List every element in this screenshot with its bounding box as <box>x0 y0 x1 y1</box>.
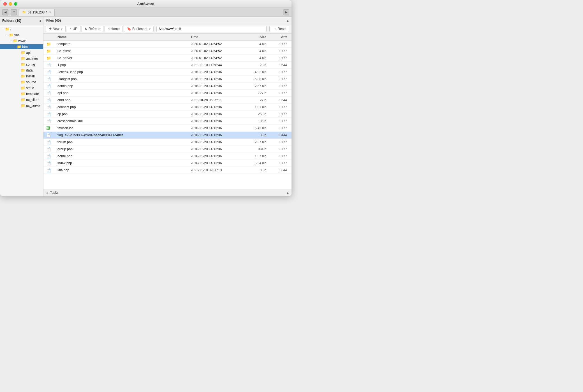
table-row[interactable]: 📄cp.php2016-11-20 14:13:36253 b0777 <box>43 111 292 118</box>
sidebar-tree-item[interactable]: −📁www <box>0 38 43 44</box>
sidebar-tree-item[interactable]: 📁config <box>0 61 43 67</box>
new-button[interactable]: ✚ New <box>46 26 66 32</box>
file-time-cell: 2021-11-10 11:58:44 <box>188 62 244 69</box>
app-title: AntSword <box>137 2 154 6</box>
tree-item-label: template <box>26 92 39 96</box>
tree-folder-icon: 📁 <box>21 56 25 61</box>
file-icon-cell: 📄 <box>43 132 55 139</box>
table-row[interactable]: 📄group.php2016-11-20 14:13:36934 b0777 <box>43 146 292 153</box>
maximize-button[interactable] <box>14 2 17 6</box>
grid-view-button[interactable]: ⊞ <box>11 9 17 15</box>
file-name-cell: crossdomain.xml <box>55 118 188 125</box>
file-attr-cell: 0777 <box>269 90 292 97</box>
sidebar-tree-item[interactable]: 📁uc_client <box>0 97 43 103</box>
col-header-time[interactable]: Time <box>188 34 244 41</box>
table-row[interactable]: 📁template2020-01-02 14:54:524 Kb0777 <box>43 41 292 48</box>
table-row[interactable]: 📄home.php2016-11-20 14:13:361.37 Kb0777 <box>43 153 292 160</box>
tree-folder-icon: 📁 <box>13 39 17 43</box>
file-size-cell: 28 b <box>244 62 269 69</box>
table-row[interactable]: 📄_check_lang.php2016-11-20 14:13:364.92 … <box>43 69 292 76</box>
file-panel-collapse-button[interactable]: ▴ <box>287 18 289 23</box>
file-size-cell: 934 b <box>244 146 269 153</box>
file-size-cell: 33 b <box>244 167 269 174</box>
col-header-size[interactable]: Size <box>244 34 269 41</box>
table-row[interactable]: 📄lala.php2021-11-10 09:36:1333 b0644 <box>43 167 292 174</box>
minimize-button[interactable] <box>9 2 12 6</box>
next-tab-button[interactable]: ▶ <box>283 9 289 15</box>
tasks-bar-up-button[interactable]: ▴ <box>287 190 289 195</box>
table-row[interactable]: 📄forum.php2016-11-20 14:13:362.37 Kb0777 <box>43 139 292 146</box>
table-row[interactable]: 📄admin.php2016-11-20 14:13:362.67 Kb0777 <box>43 83 292 90</box>
sidebar-collapse-button[interactable]: ◂ <box>39 19 41 23</box>
table-row[interactable]: 📄_langdiff.php2016-11-20 14:13:365.38 Kb… <box>43 76 292 83</box>
table-row[interactable]: 📄cmd.php2021-10-28 06:25:1127 b0644 <box>43 97 292 104</box>
file-size-cell: 106 b <box>244 118 269 125</box>
sidebar-tree-item[interactable]: 📁archiver <box>0 56 43 61</box>
file-icon-cell: 📄 <box>43 167 55 174</box>
sidebar-title: Folders (10) <box>2 19 21 23</box>
table-row[interactable]: 🖼favicon.ico2016-11-20 14:13:365.43 Kb07… <box>43 125 292 132</box>
up-button[interactable]: ↑ UP <box>67 26 80 32</box>
file-icon-cell: 📄 <box>43 62 55 69</box>
sidebar-tree-item[interactable]: 📁static <box>0 85 43 91</box>
home-button[interactable]: ⌂ Home <box>105 26 123 32</box>
tree-folder-icon: 📁 <box>21 92 25 96</box>
active-tab[interactable]: 📁 61.136.208.4 ✕ <box>19 9 55 16</box>
file-attr-cell: 0777 <box>269 111 292 118</box>
sidebar-tree-item[interactable]: 📁source <box>0 79 43 85</box>
prev-tab-button[interactable]: ◀ <box>2 9 8 15</box>
file-icon-cell: 📁 <box>43 55 55 62</box>
file-time-cell: 2016-11-20 14:13:36 <box>188 90 244 97</box>
sidebar-tree-item[interactable]: −📁html <box>0 44 43 50</box>
sidebar-tree-item[interactable]: 📁uc_server <box>0 103 43 109</box>
file-name-cell: favicon.ico <box>55 125 188 132</box>
tree-folder-icon: 📁 <box>21 62 25 66</box>
file-icon-cell: 📄 <box>43 69 55 76</box>
file-type-icon: 📄 <box>46 112 51 116</box>
table-row[interactable]: 📁uc_client2020-01-02 14:54:524 Kb0777 <box>43 48 292 55</box>
toolbar: ✚ New ↑ UP ↻ Refresh ⌂ Home 🔖 Bookmark → <box>43 24 292 34</box>
file-attr-cell: 0777 <box>269 76 292 83</box>
file-icon-cell: 📄 <box>43 76 55 83</box>
sidebar-tree-item[interactable]: 📁data <box>0 67 43 73</box>
file-time-cell: 2016-11-20 14:13:36 <box>188 125 244 132</box>
file-type-icon: 📁 <box>46 56 51 60</box>
title-bar: AntSword <box>0 0 292 8</box>
file-icon-cell: 📄 <box>43 160 55 167</box>
sidebar-tree-item[interactable]: −📁var <box>0 32 43 38</box>
file-attr-cell: 0777 <box>269 125 292 132</box>
table-row[interactable]: 📄api.php2016-11-20 14:13:36727 b0777 <box>43 90 292 97</box>
table-row[interactable]: 📄flag_a29d1598024f9e87beab4b98411d48ce20… <box>43 132 292 139</box>
table-row[interactable]: 📄index.php2016-11-20 14:13:365.54 Kb0777 <box>43 160 292 167</box>
col-header-name[interactable]: Name <box>55 34 188 41</box>
path-input[interactable] <box>156 26 267 32</box>
refresh-button[interactable]: ↻ Refresh <box>82 26 103 32</box>
file-time-cell: 2016-11-20 14:13:36 <box>188 118 244 125</box>
tab-close-icon[interactable]: ✕ <box>49 10 52 14</box>
tree-folder-icon: 📁 <box>21 103 25 108</box>
table-row[interactable]: 📄1.php2021-11-10 11:58:4428 b0644 <box>43 62 292 69</box>
close-button[interactable] <box>3 2 7 6</box>
main-layout: Folders (10) ◂ −📁/−📁var−📁www−📁html 📁api … <box>0 17 292 196</box>
file-icon-cell: 📄 <box>43 139 55 146</box>
file-type-icon: 📄 <box>46 140 51 144</box>
tree-expand-icon: − <box>5 33 9 36</box>
sidebar-tree-item[interactable]: 📁api <box>0 50 43 56</box>
file-type-icon: 🖼 <box>46 126 50 130</box>
file-panel-header: Files (45) ▴ <box>43 17 292 24</box>
sidebar: Folders (10) ◂ −📁/−📁var−📁www−📁html 📁api … <box>0 17 43 196</box>
col-header-attr[interactable]: Attr <box>269 34 292 41</box>
sidebar-tree-item[interactable]: −📁/ <box>0 26 43 32</box>
bookmark-button[interactable]: 🔖 Bookmark <box>124 26 154 32</box>
read-button[interactable]: → Read <box>269 26 289 32</box>
sidebar-tree-item[interactable]: 📁install <box>0 73 43 79</box>
table-row[interactable]: 📁uc_server2020-01-02 14:54:524 Kb0777 <box>43 55 292 62</box>
table-row[interactable]: 📄connect.php2016-11-20 14:13:361.01 Kb07… <box>43 104 292 111</box>
table-row[interactable]: 📄crossdomain.xml2016-11-20 14:13:36106 b… <box>43 118 292 125</box>
file-size-cell: 4 Kb <box>244 41 269 48</box>
file-attr-cell: 0777 <box>269 118 292 125</box>
file-size-cell: 2.37 Kb <box>244 139 269 146</box>
sidebar-tree-item[interactable]: 📁template <box>0 91 43 97</box>
col-header-icon <box>43 34 55 41</box>
file-name-cell: 1.php <box>55 62 188 69</box>
